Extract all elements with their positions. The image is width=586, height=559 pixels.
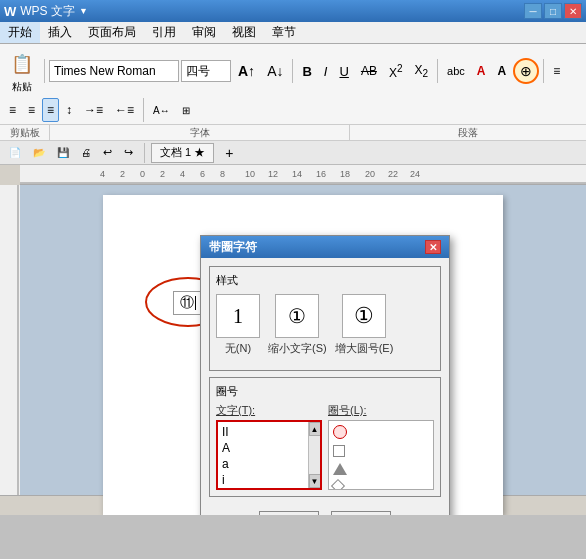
menu-reference[interactable]: 引用 (144, 22, 184, 43)
svg-text:4: 4 (180, 169, 185, 179)
font-name-input[interactable] (49, 60, 179, 82)
toolbar-labels: 剪贴板 字体 段落 (0, 125, 586, 141)
style-none-label: 无(N) (225, 341, 251, 356)
svg-text:6: 6 (200, 169, 205, 179)
align-right-button[interactable]: ≡ (23, 98, 40, 122)
save-button[interactable]: 💾 (52, 141, 74, 165)
indent-decrease-button[interactable]: ←≡ (110, 98, 139, 122)
style-box-shrink[interactable]: ① (275, 294, 319, 338)
svg-text:14: 14 (292, 169, 302, 179)
dialog-body: 样式 1 无(N) ① (201, 258, 449, 505)
line-spacing-button[interactable]: ↕ (61, 98, 77, 122)
superscript-button[interactable]: X2 (384, 59, 408, 83)
title-dropdown[interactable]: ▼ (79, 6, 88, 16)
add-doc-button[interactable]: + (220, 141, 238, 165)
circle-field-label-text: 圈号(L): (328, 404, 367, 416)
menu-view[interactable]: 视图 (224, 22, 264, 43)
style-box-none[interactable]: 1 (216, 294, 260, 338)
clipboard-label: 剪贴板 (0, 125, 50, 140)
align-justify-button[interactable]: ≡ (42, 98, 59, 122)
text-item-A[interactable]: A (222, 440, 318, 456)
text-field-box[interactable]: II A a i ▲ ▼ (216, 420, 322, 490)
font-color-button[interactable]: A (472, 59, 491, 83)
expand-button[interactable]: ⊞ (177, 98, 195, 122)
style-box-enlarge[interactable]: ① (342, 294, 386, 338)
align-center-button[interactable]: ≡ (4, 98, 21, 122)
italic-button[interactable]: I (319, 59, 333, 83)
cancel-button[interactable]: 取消 (331, 511, 391, 515)
circle-field-box[interactable] (328, 420, 434, 490)
menu-layout[interactable]: 页面布局 (80, 22, 144, 43)
square-shape-icon (333, 445, 345, 457)
document-area[interactable]: ⑪ 带圈字符 ✕ 样式 (20, 185, 586, 495)
maximize-button[interactable]: □ (544, 3, 562, 19)
ruler-top: 4 2 0 2 4 6 8 10 12 14 16 18 20 22 24 (20, 165, 586, 185)
text-item-i[interactable]: i (222, 472, 318, 488)
text-field-scrollbar: ▲ ▼ (308, 422, 320, 488)
bold-button[interactable]: B (297, 59, 316, 83)
scroll-up-btn[interactable]: ▲ (309, 422, 321, 436)
circle-char-dialog: 带圈字符 ✕ 样式 1 无(N) (200, 235, 450, 515)
svg-text:2: 2 (160, 169, 165, 179)
svg-text:12: 12 (268, 169, 278, 179)
doc-tab[interactable]: 文档 1 ★ (151, 143, 214, 163)
ruler-svg: 4 2 0 2 4 6 8 10 12 14 16 18 20 22 24 (20, 165, 586, 185)
style-option-shrink[interactable]: ① 缩小文字(S) (268, 294, 327, 356)
menu-start[interactable]: 开始 (0, 22, 40, 43)
redo-button[interactable]: ↪ (119, 141, 138, 165)
side-ruler-svg (0, 185, 20, 495)
style-shrink-label: 缩小文字(S) (268, 341, 327, 356)
font-color2-button[interactable]: A (492, 59, 511, 83)
minimize-button[interactable]: ─ (524, 3, 542, 19)
new-doc-button[interactable]: 📄 (4, 141, 26, 165)
font-size-input[interactable] (181, 60, 231, 82)
app-logo: W (4, 4, 16, 19)
circle-options-list (329, 421, 433, 490)
font-decrease-button[interactable]: A↓ (262, 59, 288, 83)
style-section: 样式 1 无(N) ① (209, 266, 441, 371)
style-enlarge-label: 增大圆号(E) (335, 341, 394, 356)
circle-option-diamond[interactable] (333, 481, 429, 490)
strikethrough-button[interactable]: AB (356, 59, 382, 83)
menu-review[interactable]: 审阅 (184, 22, 224, 43)
open-button[interactable]: 📂 (28, 141, 50, 165)
align-left-button[interactable]: ≡ (548, 59, 565, 83)
dialog-close-button[interactable]: ✕ (425, 240, 441, 254)
svg-text:16: 16 (316, 169, 326, 179)
scroll-down-btn[interactable]: ▼ (309, 474, 321, 488)
style-options-row: 1 无(N) ① 缩小文字(S) (216, 294, 434, 356)
undo-button[interactable]: ↩ (98, 141, 117, 165)
more-format-button[interactable]: A↔ (148, 98, 175, 122)
circle-option-square[interactable] (333, 445, 429, 457)
text-item-a[interactable]: a (222, 456, 318, 472)
paste-button[interactable]: 📋 (6, 48, 38, 80)
svg-text:24: 24 (410, 169, 420, 179)
text-item-II[interactable]: II (222, 424, 318, 440)
highlight-button[interactable]: abc (442, 59, 470, 83)
svg-text:18: 18 (340, 169, 350, 179)
circle-option-circle[interactable] (333, 425, 429, 439)
menu-insert[interactable]: 插入 (40, 22, 80, 43)
indent-increase-button[interactable]: →≡ (79, 98, 108, 122)
cancel-label: 取消 (349, 514, 373, 516)
font-increase-button[interactable]: A↑ (233, 59, 260, 83)
sep5 (143, 98, 144, 122)
style-option-enlarge[interactable]: ① 增大圆号(E) (335, 294, 394, 356)
title-bar: W WPS 文字 ▼ ─ □ ✕ (0, 0, 586, 22)
dialog-title-bar: 带圈字符 ✕ (201, 236, 449, 258)
sep3 (437, 59, 438, 83)
sep2 (292, 59, 293, 83)
print-button[interactable]: 🖨 (76, 141, 96, 165)
svg-text:4: 4 (100, 169, 105, 179)
circle-char-button[interactable]: ⊕ (513, 58, 539, 84)
dialog-title-text: 带圈字符 (209, 239, 257, 256)
subscript-button[interactable]: X2 (409, 59, 433, 83)
style-option-none[interactable]: 1 无(N) (216, 294, 260, 356)
svg-text:20: 20 (365, 169, 375, 179)
title-bar-left: W WPS 文字 ▼ (4, 3, 88, 20)
ok-button[interactable]: 确定 (259, 511, 319, 515)
circle-option-triangle[interactable] (333, 463, 429, 475)
menu-section[interactable]: 章节 (264, 22, 304, 43)
underline-button[interactable]: U (334, 59, 353, 83)
close-button[interactable]: ✕ (564, 3, 582, 19)
